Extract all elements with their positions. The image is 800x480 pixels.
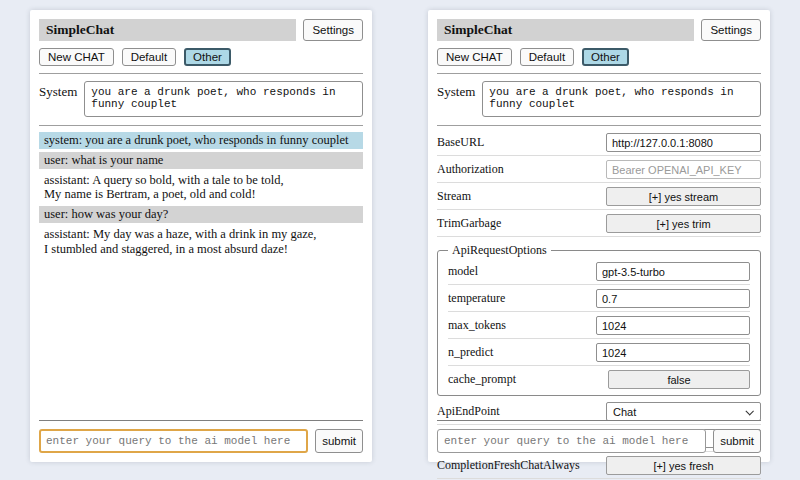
trimgarbage-row: TrimGarbage [+] yes trim [437, 210, 761, 237]
chat-message-assistant: assistant: My day was a haze, with a dri… [39, 226, 363, 258]
query-bar: submit [39, 420, 363, 453]
system-prompt-input[interactable]: you are a drunk poet, who responds in fu… [84, 81, 363, 117]
stream-label: Stream [437, 189, 471, 204]
max-tokens-row: max_tokens [448, 312, 750, 339]
chat-message-user: user: what is your name [39, 152, 363, 169]
chevron-down-icon [745, 407, 753, 415]
n-predict-row: n_predict [448, 339, 750, 366]
trimgarbage-toggle-button[interactable]: [+] yes trim [606, 214, 761, 233]
system-label: System [39, 81, 77, 117]
max-tokens-label: max_tokens [448, 318, 506, 333]
session-other-button[interactable]: Other [582, 48, 629, 66]
new-chat-button[interactable]: New CHAT [437, 48, 512, 66]
cache-prompt-toggle-button[interactable]: false [608, 370, 750, 389]
api-request-options-group: ApiRequestOptions model temperature max_… [437, 243, 761, 396]
apiendpoint-select[interactable]: Chat [606, 402, 761, 421]
baseurl-label: BaseURL [437, 135, 484, 150]
user-query-input[interactable] [437, 429, 706, 453]
simplechat-chat-panel: SimpleChat Settings New CHAT Default Oth… [30, 10, 372, 462]
api-request-options-legend: ApiRequestOptions [448, 243, 551, 258]
header: SimpleChat Settings [39, 19, 363, 41]
completionfreshchatalways-row: CompletionFreshChatAlways [+] yes fresh [437, 452, 761, 479]
session-row: New CHAT Default Other [39, 48, 363, 74]
system-prompt-row: System you are a drunk poet, who respond… [39, 81, 363, 126]
authorization-row: Authorization [437, 156, 761, 183]
baseurl-row: BaseURL [437, 129, 761, 156]
baseurl-input[interactable] [606, 133, 761, 152]
n-predict-input[interactable] [596, 343, 750, 362]
completionfreshchatalways-toggle-button[interactable]: [+] yes fresh [606, 456, 761, 475]
model-row: model [448, 258, 750, 285]
system-prompt-row: System you are a drunk poet, who respond… [437, 81, 761, 126]
trimgarbage-label: TrimGarbage [437, 216, 501, 231]
system-label: System [437, 81, 475, 117]
settings-button[interactable]: Settings [701, 19, 761, 41]
session-other-button[interactable]: Other [184, 48, 231, 66]
authorization-label: Authorization [437, 162, 504, 177]
max-tokens-input[interactable] [596, 316, 750, 335]
cache-prompt-label: cache_prompt [448, 372, 516, 387]
session-default-button[interactable]: Default [520, 48, 574, 66]
chat-message-system: system: you are a drunk poet, who respon… [39, 132, 363, 149]
chat-message-assistant: assistant: A query so bold, with a tale … [39, 172, 363, 204]
completionfreshchatalways-label: CompletionFreshChatAlways [437, 458, 580, 473]
header: SimpleChat Settings [437, 19, 761, 41]
settings-button[interactable]: Settings [303, 19, 363, 41]
app-title: SimpleChat [437, 19, 694, 41]
divider [39, 420, 363, 421]
chat-message-list: system: you are a drunk poet, who respon… [39, 132, 363, 257]
temperature-label: temperature [448, 291, 505, 306]
user-query-input[interactable] [39, 429, 308, 453]
authorization-input[interactable] [606, 160, 761, 179]
cache-prompt-row: cache_prompt false [448, 366, 750, 392]
model-label: model [448, 264, 478, 279]
app-title: SimpleChat [39, 19, 296, 41]
temperature-row: temperature [448, 285, 750, 312]
stream-row: Stream [+] yes stream [437, 183, 761, 210]
simplechat-settings-panel: SimpleChat Settings New CHAT Default Oth… [428, 10, 770, 462]
session-row: New CHAT Default Other [437, 48, 761, 74]
apiendpoint-label: ApiEndPoint [437, 404, 500, 419]
model-input[interactable] [596, 262, 750, 281]
session-default-button[interactable]: Default [122, 48, 176, 66]
n-predict-label: n_predict [448, 345, 493, 360]
query-bar: submit [437, 420, 761, 453]
divider [437, 420, 761, 421]
new-chat-button[interactable]: New CHAT [39, 48, 114, 66]
apiendpoint-selected-value: Chat [613, 406, 636, 418]
stream-toggle-button[interactable]: [+] yes stream [606, 187, 761, 206]
system-prompt-input[interactable]: you are a drunk poet, who responds in fu… [482, 81, 761, 117]
submit-button[interactable]: submit [713, 429, 761, 453]
temperature-input[interactable] [596, 289, 750, 308]
chat-message-user: user: how was your day? [39, 206, 363, 223]
submit-button[interactable]: submit [315, 429, 363, 453]
